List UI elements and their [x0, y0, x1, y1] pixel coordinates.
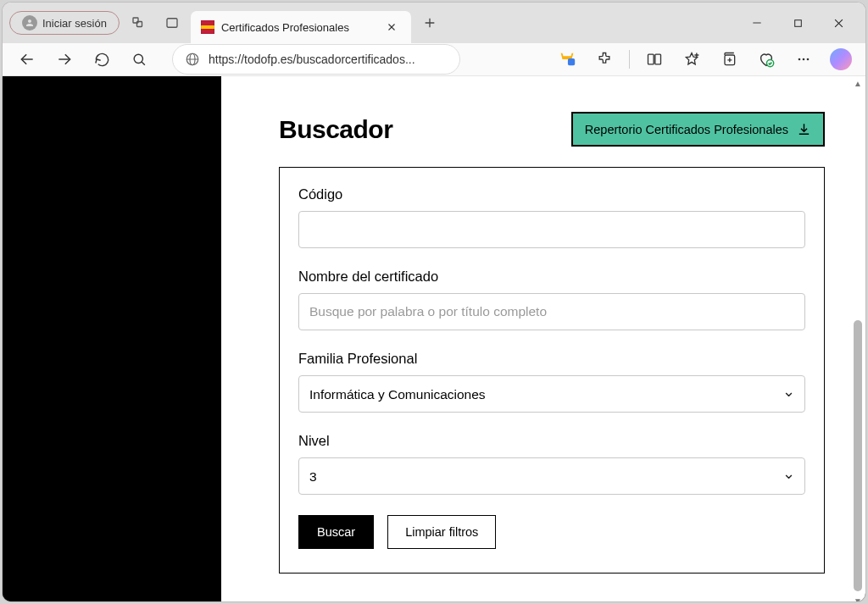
- page-header: Buscador Repertorio Certificados Profesi…: [279, 112, 825, 147]
- window-maximize-button[interactable]: [777, 4, 818, 42]
- nivel-label: Nivel: [298, 433, 805, 449]
- buscar-button[interactable]: Buscar: [298, 515, 374, 549]
- tab-actions-button[interactable]: [157, 8, 187, 38]
- svg-rect-2: [167, 19, 177, 28]
- shopping-icon[interactable]: [551, 43, 583, 75]
- codigo-input[interactable]: [298, 211, 805, 248]
- limpiar-button[interactable]: Limpiar filtros: [387, 515, 496, 549]
- tab-favicon: [201, 20, 214, 34]
- scroll-thumb[interactable]: [854, 320, 862, 591]
- window-controls: [737, 4, 859, 42]
- content-area: Buscador Repertorio Certificados Profesi…: [3, 76, 865, 601]
- toolbar-divider: [629, 50, 630, 69]
- extensions-button[interactable]: [588, 43, 620, 75]
- forward-button[interactable]: [48, 43, 81, 75]
- page-title: Buscador: [279, 115, 392, 144]
- url-text: https://todofp.es/buscadorcertificados..…: [209, 53, 415, 66]
- svg-point-28: [803, 58, 805, 61]
- user-avatar-icon: [22, 15, 37, 30]
- address-bar[interactable]: https://todofp.es/buscadorcertificados..…: [172, 44, 460, 75]
- nombre-input[interactable]: [298, 293, 805, 330]
- favorites-button[interactable]: [676, 43, 708, 75]
- titlebar: Iniciar sesión Certificados Profesionale…: [3, 3, 865, 43]
- scroll-down-arrow[interactable]: ▼: [852, 594, 864, 601]
- browser-window: Iniciar sesión Certificados Profesionale…: [3, 3, 865, 601]
- svg-point-13: [134, 54, 142, 63]
- scrollbar[interactable]: ▲ ▼: [852, 76, 864, 601]
- search-form: Código Nombre del certificado Familia Pr…: [279, 167, 825, 574]
- sign-in-label: Iniciar sesión: [42, 17, 107, 30]
- svg-point-27: [798, 58, 801, 61]
- copilot-icon: [830, 48, 852, 70]
- svg-point-29: [807, 58, 810, 61]
- window-minimize-button[interactable]: [737, 4, 777, 42]
- sign-in-button[interactable]: Iniciar sesión: [9, 11, 120, 35]
- codigo-label: Código: [298, 186, 805, 202]
- copilot-button[interactable]: [825, 43, 857, 75]
- page-panel: Buscador Repertorio Certificados Profesi…: [221, 76, 865, 601]
- tab-title: Certificados Profesionales: [221, 21, 376, 34]
- split-screen-button[interactable]: [638, 43, 670, 75]
- search-button[interactable]: [123, 43, 155, 75]
- browser-tab[interactable]: Certificados Profesionales: [191, 11, 411, 43]
- refresh-button[interactable]: [86, 43, 118, 75]
- download-icon: [797, 122, 811, 136]
- svg-rect-8: [794, 19, 801, 26]
- back-button[interactable]: [11, 43, 43, 75]
- window-close-button[interactable]: [818, 4, 859, 42]
- svg-line-14: [142, 62, 145, 65]
- nombre-label: Nombre del certificado: [298, 269, 805, 285]
- repertorio-button[interactable]: Repertorio Certificados Profesionales: [571, 112, 825, 147]
- collections-button[interactable]: [713, 43, 745, 75]
- scroll-up-arrow[interactable]: ▲: [852, 76, 864, 90]
- svg-rect-20: [655, 54, 661, 64]
- svg-rect-18: [568, 58, 575, 65]
- svg-rect-19: [648, 54, 654, 64]
- nivel-select[interactable]: 3: [298, 457, 805, 495]
- familia-label: Familia Profesional: [298, 351, 805, 367]
- health-button[interactable]: [750, 43, 782, 75]
- tab-close-button[interactable]: [382, 18, 401, 36]
- site-info-icon: [185, 52, 200, 67]
- scroll-track[interactable]: [853, 91, 863, 592]
- new-tab-button[interactable]: [415, 8, 445, 38]
- repertorio-label: Repertorio Certificados Profesionales: [585, 123, 788, 136]
- familia-select[interactable]: Informática y Comunicaciones: [298, 375, 805, 413]
- toolbar: https://todofp.es/buscadorcertificados..…: [3, 43, 865, 76]
- workspaces-button[interactable]: [123, 8, 153, 38]
- dark-panel: [3, 76, 221, 601]
- more-button[interactable]: [787, 43, 820, 75]
